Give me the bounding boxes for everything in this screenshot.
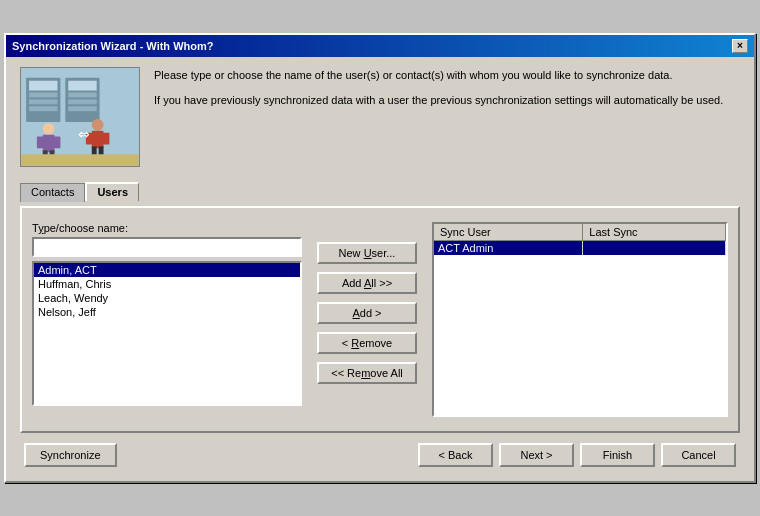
remove-button[interactable]: < Remove [317, 332, 417, 354]
intro-section: ⇔ Please type or choose the name of the … [20, 67, 740, 167]
window-body: ⇔ Please type or choose the name of the … [6, 57, 754, 481]
svg-rect-3 [29, 93, 57, 98]
close-button[interactable]: × [732, 39, 748, 53]
middle-panel: New User... Add All >> Add > < Remove <<… [312, 222, 422, 384]
sync-table[interactable]: Sync User Last Sync ACT Admin [432, 222, 728, 417]
add-button[interactable]: Add > [317, 302, 417, 324]
remove-all-button[interactable]: << Remove All [317, 362, 417, 384]
user-list[interactable]: Admin, ACT Huffman, Chris Leach, Wendy N… [32, 261, 302, 406]
intro-text: Please type or choose the name of the us… [154, 67, 723, 167]
title-bar: Synchronization Wizard - With Whom? × [6, 35, 754, 57]
svg-rect-20 [103, 133, 110, 145]
synchronize-button[interactable]: Synchronize [24, 443, 117, 467]
list-item[interactable]: Leach, Wendy [34, 291, 300, 305]
intro-paragraph-2: If you have previously synchronized data… [154, 92, 723, 109]
footer-right: < Back Next > Finish Cancel [418, 443, 736, 467]
finish-button[interactable]: Finish [580, 443, 655, 467]
back-button[interactable]: < Back [418, 443, 493, 467]
footer-section: Synchronize < Back Next > Finish Cancel [20, 433, 740, 471]
tab-contacts[interactable]: Contacts [20, 183, 85, 202]
tab-users[interactable]: Users [85, 182, 139, 201]
svg-rect-4 [29, 99, 57, 104]
svg-rect-12 [43, 135, 55, 153]
intro-paragraph-1: Please type or choose the name of the us… [154, 67, 723, 84]
svg-rect-7 [68, 81, 96, 91]
right-panel: Sync User Last Sync ACT Admin [432, 222, 728, 417]
new-user-button[interactable]: New User... [317, 242, 417, 264]
add-all-button[interactable]: Add All >> [317, 272, 417, 294]
col-sync-user: Sync User [434, 224, 583, 241]
svg-rect-9 [68, 99, 96, 104]
name-input[interactable] [32, 237, 302, 257]
svg-rect-24 [21, 154, 139, 166]
svg-rect-2 [29, 81, 57, 91]
footer-left: Synchronize [24, 443, 117, 467]
svg-rect-5 [29, 106, 57, 111]
next-button[interactable]: Next > [499, 443, 574, 467]
svg-point-17 [92, 119, 104, 131]
tabs-section: Contacts Users [20, 181, 740, 200]
svg-rect-13 [37, 137, 44, 149]
main-content: Type/choose name: Admin, ACT Huffman, Ch… [20, 206, 740, 433]
cancel-button[interactable]: Cancel [661, 443, 736, 467]
wizard-illustration: ⇔ [21, 68, 139, 166]
window-title: Synchronization Wizard - With Whom? [12, 40, 213, 52]
table-row[interactable]: ACT Admin [434, 241, 726, 256]
svg-rect-18 [92, 131, 104, 149]
wizard-image: ⇔ [20, 67, 140, 167]
type-choose-label: Type/choose name: [32, 222, 302, 234]
last-sync-cell [583, 241, 726, 256]
svg-rect-8 [68, 93, 96, 98]
list-item[interactable]: Admin, ACT [34, 263, 300, 277]
svg-rect-10 [68, 106, 96, 111]
list-item[interactable]: Huffman, Chris [34, 277, 300, 291]
tabs: Contacts Users [20, 181, 740, 200]
svg-text:⇔: ⇔ [78, 127, 90, 142]
left-panel: Type/choose name: Admin, ACT Huffman, Ch… [32, 222, 302, 406]
list-item[interactable]: Nelson, Jeff [34, 305, 300, 319]
svg-rect-14 [54, 137, 61, 149]
sync-user-cell: ACT Admin [434, 241, 583, 256]
col-last-sync: Last Sync [583, 224, 726, 241]
main-window: Synchronization Wizard - With Whom? × [4, 33, 756, 483]
svg-point-11 [43, 123, 55, 135]
sync-users-table: Sync User Last Sync ACT Admin [434, 224, 726, 255]
